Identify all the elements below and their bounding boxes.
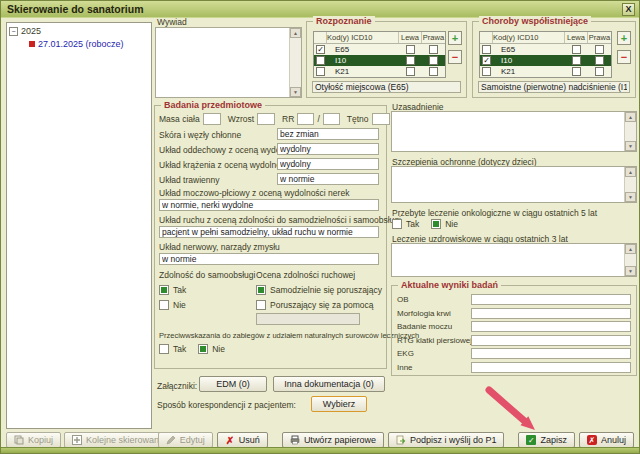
- result-row: Inne: [397, 362, 631, 373]
- referral-history-tree[interactable]: − 2025 27.01.2025 (robocze): [6, 22, 152, 429]
- choroby-row-e65[interactable]: E65: [480, 44, 611, 55]
- rozpoznanie-row-e65[interactable]: ✓E65: [314, 44, 445, 55]
- scrollbar[interactable]: ▲▼: [624, 167, 636, 202]
- draft-marker-icon: [29, 41, 35, 47]
- scroll-down-icon[interactable]: ▼: [625, 266, 636, 276]
- result-input[interactable]: [471, 348, 631, 359]
- row-select-checkbox[interactable]: ✓: [482, 56, 491, 65]
- mobility-independent-checkbox[interactable]: [256, 285, 266, 295]
- mobility-independent[interactable]: Samodzielnie się poruszający: [256, 285, 382, 295]
- edm-button[interactable]: EDM (0): [199, 376, 267, 392]
- row-select-checkbox[interactable]: ✓: [316, 45, 325, 54]
- lewa-checkbox[interactable]: [406, 67, 415, 76]
- create-paper-button[interactable]: Utwórz papierowe: [282, 432, 384, 448]
- tree-item-referral[interactable]: 27.01.2025 (robocze): [29, 39, 149, 49]
- tree-referral-label: 27.01.2025 (robocze): [38, 39, 124, 49]
- selfcare-no-checkbox[interactable]: [159, 300, 169, 310]
- scrollbar[interactable]: ▲▼: [624, 244, 636, 276]
- exam-field-input[interactable]: [277, 158, 379, 170]
- onkologia-no-checkbox[interactable]: [431, 219, 441, 229]
- uzdrowiskowe-textarea[interactable]: ▲▼: [391, 243, 637, 277]
- result-input[interactable]: [471, 294, 631, 305]
- prawa-checkbox[interactable]: [595, 56, 604, 65]
- status-strip: [1, 447, 639, 453]
- selfcare-no[interactable]: Nie: [159, 300, 256, 310]
- selfcare-yes[interactable]: Tak: [159, 285, 256, 295]
- edit-button[interactable]: Edytuj: [158, 432, 213, 448]
- mobility-assisted-checkbox[interactable]: [256, 300, 266, 310]
- szczepienia-textarea[interactable]: ▲▼: [391, 166, 637, 203]
- exam-field-input[interactable]: [159, 199, 379, 211]
- onkologia-yes-checkbox[interactable]: [392, 219, 402, 229]
- remove-comorbidity-button[interactable]: −: [617, 50, 631, 64]
- tree-year-node[interactable]: − 2025: [9, 26, 149, 36]
- close-icon[interactable]: X: [622, 3, 635, 16]
- scroll-down-icon[interactable]: ▼: [290, 87, 301, 97]
- other-docs-button[interactable]: Inna dokumentacja (0): [273, 376, 385, 392]
- masa-input[interactable]: [203, 113, 221, 125]
- lewa-checkbox[interactable]: [572, 45, 581, 54]
- scroll-down-icon[interactable]: ▼: [625, 141, 636, 151]
- prawa-checkbox[interactable]: [429, 67, 438, 76]
- prawa-checkbox[interactable]: [595, 67, 604, 76]
- selfcare-yes-checkbox[interactable]: [159, 285, 169, 295]
- lewa-checkbox[interactable]: [572, 67, 581, 76]
- onkologia-no[interactable]: Nie: [431, 219, 458, 229]
- lewa-checkbox[interactable]: [572, 56, 581, 65]
- scroll-up-icon[interactable]: ▲: [625, 167, 636, 177]
- exam-field-input[interactable]: [277, 128, 379, 140]
- scroll-down-icon[interactable]: ▼: [625, 192, 636, 202]
- lewa-checkbox[interactable]: [406, 56, 415, 65]
- rozpoznanie-row-k21[interactable]: K21: [314, 66, 445, 77]
- rr-systolic-input[interactable]: [297, 113, 314, 125]
- remove-diagnosis-button[interactable]: −: [448, 50, 462, 64]
- choose-correspondence-button[interactable]: Wybierz: [311, 396, 367, 412]
- save-button[interactable]: ✓ Zapisz: [518, 432, 575, 448]
- contraind-no[interactable]: Nie: [198, 344, 225, 354]
- result-input[interactable]: [471, 308, 631, 319]
- scroll-up-icon[interactable]: ▲: [625, 112, 636, 122]
- contraind-no-checkbox[interactable]: [198, 344, 208, 354]
- delete-button[interactable]: ✗ Usuń: [217, 432, 268, 448]
- rozpoznanie-row-i10[interactable]: I10: [314, 55, 445, 66]
- result-input[interactable]: [471, 335, 631, 346]
- contraind-yes-checkbox[interactable]: [159, 344, 169, 354]
- choroby-row-i10[interactable]: ✓I10: [480, 55, 611, 66]
- result-input[interactable]: [471, 321, 631, 332]
- result-input[interactable]: [471, 362, 631, 373]
- tree-collapse-icon[interactable]: −: [9, 27, 18, 36]
- wywiad-textarea[interactable]: ▲ ▼: [155, 27, 302, 98]
- table-header: Kod(y) ICD10 Lewa Prawa: [480, 32, 611, 44]
- row-select-checkbox[interactable]: [482, 67, 491, 76]
- row-select-checkbox[interactable]: [316, 56, 325, 65]
- add-diagnosis-button[interactable]: +: [448, 31, 462, 45]
- prawa-checkbox[interactable]: [429, 56, 438, 65]
- row-select-checkbox[interactable]: [316, 67, 325, 76]
- choroby-row-k21[interactable]: K21: [480, 66, 611, 77]
- mobility-assisted[interactable]: Poruszający się za pomocą: [256, 300, 382, 310]
- exam-field-input[interactable]: [277, 143, 379, 155]
- exam-field-input[interactable]: [159, 253, 379, 265]
- contraind-yes[interactable]: Tak: [159, 344, 186, 354]
- scroll-up-icon[interactable]: ▲: [625, 244, 636, 254]
- onkologia-yes[interactable]: Tak: [392, 219, 419, 229]
- cancel-button[interactable]: ✗ Anuluj: [579, 432, 634, 448]
- scroll-up-icon[interactable]: ▲: [290, 28, 301, 38]
- prawa-checkbox[interactable]: [595, 45, 604, 54]
- lewa-checkbox[interactable]: [406, 45, 415, 54]
- sign-and-send-p1-button[interactable]: Podpisz i wyślij do P1: [388, 432, 505, 448]
- tetno-input[interactable]: [372, 113, 390, 125]
- row-select-checkbox[interactable]: [482, 45, 491, 54]
- scrollbar[interactable]: ▲ ▼: [289, 28, 301, 97]
- exam-field-input[interactable]: [277, 173, 379, 185]
- add-comorbidity-button[interactable]: +: [617, 31, 631, 45]
- icd-code: E65: [493, 44, 565, 55]
- uzasadnienie-textarea[interactable]: ▲▼: [391, 111, 637, 152]
- prawa-checkbox[interactable]: [429, 45, 438, 54]
- copy-button[interactable]: Kopiuj: [6, 432, 61, 448]
- exam-field-input[interactable]: [159, 226, 379, 238]
- rr-diastolic-input[interactable]: [323, 113, 340, 125]
- scrollbar[interactable]: ▲▼: [624, 112, 636, 151]
- col-code: Kod(y) ICD10: [327, 32, 399, 43]
- wzrost-input[interactable]: [257, 113, 275, 125]
